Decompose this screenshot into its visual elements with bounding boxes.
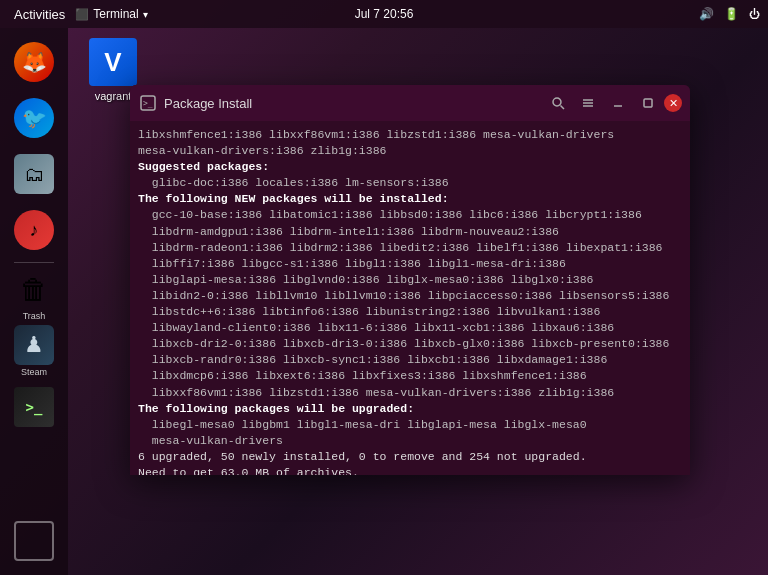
trash-icon: 🗑 [14,269,54,309]
topbar-right: 🔊 🔋 ⏻ [699,7,760,21]
terminal-line: libxdmcp6:i386 libxext6:i386 libxfixes3:… [138,368,682,384]
minimize-button[interactable] [604,91,632,115]
topbar-left: Activities ⬛ Terminal ▾ [8,7,148,22]
terminal-line: glibc-doc:i386 locales:i386 lm-sensors:i… [138,175,682,191]
terminal-line: Need to get 63.0 MB of archives. [138,465,682,475]
terminal-line: Suggested packages: [138,159,682,175]
trash-label: Trash [23,311,46,321]
terminal-line: libxshmfence1:i386 libxxf86vm1:i386 libz… [138,127,682,143]
dock-item-firefox[interactable]: 🦊 [8,36,60,88]
svg-text:>_: >_ [143,99,153,108]
titlebar-left: >_ Package Install [138,93,252,113]
terminal-window: >_ Package Install [130,85,690,475]
firefox-icon: 🦊 [14,42,54,82]
terminal-line: libxcb-dri2-0:i386 libxcb-dri3-0:i386 li… [138,336,682,352]
desktop: Activities ⬛ Terminal ▾ Jul 7 20:56 🔊 🔋 … [0,0,768,575]
terminal-line: libdrm-amdgpu1:i386 libdrm-intel1:i386 l… [138,224,682,240]
terminal-line: libdrm-radeon1:i386 libdrm2:i386 libedit… [138,240,682,256]
appgrid-icon [14,521,54,561]
close-button[interactable]: ✕ [664,94,682,112]
terminal-line: The following packages will be upgraded: [138,401,682,417]
vagrant-icon: V [89,38,137,86]
terminal-line: libidn2-0:i386 libllvm10 libllvm10:i386 … [138,288,682,304]
dock-separator [14,262,54,263]
terminal-line: libxxf86vm1:i386 libzstd1:i386 mesa-vulk… [138,385,682,401]
terminal-dock-icon: >_ [14,387,54,427]
svg-point-2 [553,98,561,106]
battery-icon: 🔋 [724,7,739,21]
terminal-line: libglapi-mesa:i386 libglvnd0:i386 libglx… [138,272,682,288]
dock-item-terminal[interactable]: >_ [8,381,60,433]
terminal-line: libstdc++6:i386 libtinfo6:i386 libunistr… [138,304,682,320]
power-icon: ⏻ [749,8,760,20]
activities-button[interactable]: Activities [8,7,71,22]
terminal-icon-small: ⬛ [75,8,89,21]
thunderbird-icon: 🐦 [14,98,54,138]
titlebar-buttons: ✕ [544,91,682,115]
rhythmbox-icon: ♪ [14,210,54,250]
vagrant-label: vagrant [95,90,132,102]
dock-item-thunderbird[interactable]: 🐦 [8,92,60,144]
terminal-title-text: Package Install [164,96,252,111]
terminal-content[interactable]: libxshmfence1:i386 libxxf86vm1:i386 libz… [130,121,690,475]
terminal-line: 6 upgraded, 50 newly installed, 0 to rem… [138,449,682,465]
terminal-line: libegl-mesa0 libgbm1 libgl1-mesa-dri lib… [138,417,682,433]
dock: 🦊 🐦 🗂 ♪ 🗑 Trash [0,28,68,575]
terminal-line: gcc-10-base:i386 libatomic1:i386 libbsd0… [138,207,682,223]
dock-item-files[interactable]: 🗂 [8,148,60,200]
terminal-titlebar: >_ Package Install [130,85,690,121]
terminal-line: libwayland-client0:i386 libx11-6:i386 li… [138,320,682,336]
dock-item-appgrid[interactable] [8,515,60,567]
dock-item-steam[interactable]: ♟ Steam [8,325,60,377]
topbar-datetime: Jul 7 20:56 [355,7,414,21]
steam-icon: ♟ [14,325,54,365]
titlebar-menu-button[interactable] [574,91,602,115]
dock-item-rhythmbox[interactable]: ♪ [8,204,60,256]
dock-item-trash[interactable]: 🗑 Trash [8,269,60,321]
topbar: Activities ⬛ Terminal ▾ Jul 7 20:56 🔊 🔋 … [0,0,768,28]
terminal-line: mesa-vulkan-drivers [138,433,682,449]
svg-rect-8 [644,99,652,107]
terminal-line: libxcb-randr0:i386 libxcb-sync1:i386 lib… [138,352,682,368]
terminal-line: The following NEW packages will be insta… [138,191,682,207]
terminal-line: mesa-vulkan-drivers:i386 zlib1g:i386 [138,143,682,159]
terminal-title-icon: >_ [138,93,158,113]
files-icon: 🗂 [14,154,54,194]
maximize-button[interactable] [634,91,662,115]
svg-line-3 [561,106,565,110]
volume-icon: 🔊 [699,7,714,21]
steam-label: Steam [21,367,47,377]
terminal-line: libffi7:i386 libgcc-s1:i386 libgl1:i386 … [138,256,682,272]
titlebar-search-button[interactable] [544,91,572,115]
topbar-app-name: ⬛ Terminal ▾ [75,7,147,21]
